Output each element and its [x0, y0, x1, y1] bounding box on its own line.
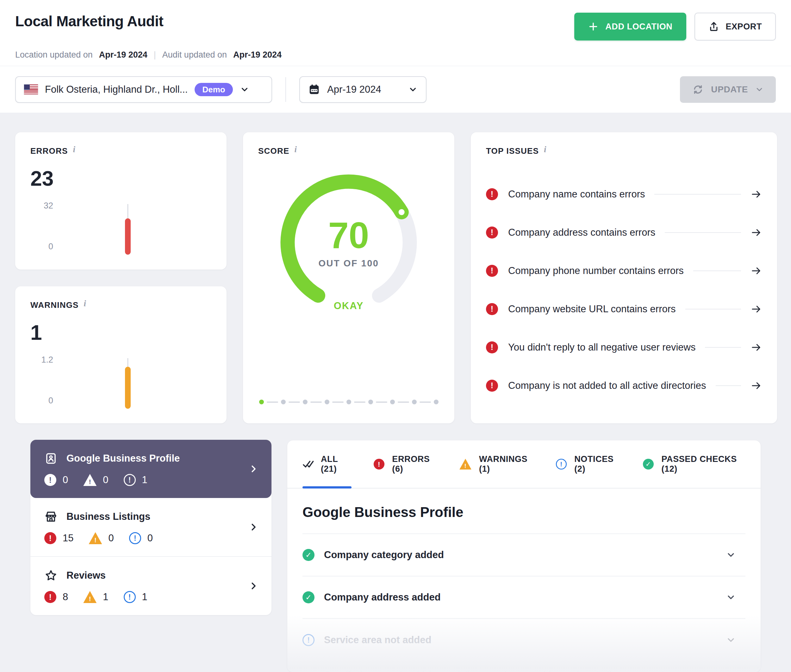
issue-leader-line: [685, 309, 741, 309]
error-icon: [374, 459, 384, 469]
issue-row[interactable]: Company phone number contains errors: [486, 251, 762, 290]
timeline-dot[interactable]: [281, 400, 286, 404]
arrow-right-icon[interactable]: [751, 342, 762, 353]
location-updated-label: Location updated on: [15, 50, 93, 60]
errors-card: ERRORS i 23 32 0: [15, 132, 227, 270]
score-value: 70: [328, 217, 369, 254]
location-selector-value: Folk Osteria, Highland Dr., Holl...: [45, 84, 187, 95]
info-icon[interactable]: i: [294, 145, 297, 154]
timeline-dot[interactable]: [325, 400, 329, 404]
check-row-service-area[interactable]: Service area not added: [303, 619, 745, 661]
sidebar-item-google-business-profile[interactable]: Google Business Profile 0 0 1: [30, 440, 271, 498]
errors-whisker: [127, 204, 128, 218]
arrow-right-icon[interactable]: [751, 380, 762, 391]
arrow-right-icon[interactable]: [751, 303, 762, 315]
notice-count-icon: [124, 474, 136, 486]
add-location-button[interactable]: ADD LOCATION: [574, 13, 686, 40]
score-gauge: 70 OUT OF 100 OKAY: [279, 173, 418, 312]
check-row-company-category[interactable]: Company category added: [303, 534, 745, 576]
timeline-dash: [354, 402, 365, 403]
info-icon[interactable]: i: [84, 299, 87, 308]
meta-separator: |: [154, 50, 156, 60]
timeline-dot[interactable]: [434, 400, 439, 404]
header-meta: Location updated on Apr-19 2024 | Audit …: [15, 50, 776, 60]
error-icon: [486, 265, 498, 277]
issue-label: Company is not added to all active direc…: [508, 380, 706, 391]
issue-row[interactable]: Company name contains errors: [486, 175, 762, 213]
issue-leader-line: [693, 270, 741, 271]
category-sidebar: Google Business Profile 0 0 1 Business L…: [30, 440, 271, 615]
passed-check-icon: [303, 591, 314, 603]
warnings-axis-min: 0: [48, 396, 53, 406]
tab-warnings[interactable]: WARNINGS (1): [459, 440, 534, 488]
export-icon: [708, 21, 719, 32]
check-row-company-address[interactable]: Company address added: [303, 576, 745, 619]
score-timeline: [258, 400, 439, 410]
check-description: Specify the areas in which you deliver g…: [324, 669, 745, 672]
tab-all[interactable]: ALL (21): [303, 440, 352, 488]
tab-notices[interactable]: NOTICES (2): [555, 440, 621, 488]
chevron-right-icon: [249, 581, 258, 591]
passed-check-icon: [303, 549, 314, 561]
top-issues-list: Company name contains errors Company add…: [486, 175, 762, 405]
issue-leader-line: [716, 386, 741, 386]
date-selector[interactable]: Apr-19 2024: [299, 76, 426, 103]
arrow-right-icon[interactable]: [751, 265, 762, 277]
score-card-title: SCORE: [258, 146, 289, 156]
errors-card-title: ERRORS: [30, 146, 68, 156]
sidebar-item-business-listings[interactable]: Business Listings 15 0 0: [30, 498, 271, 556]
notice-icon: [556, 459, 567, 469]
issue-row[interactable]: Company is not added to all active direc…: [486, 366, 762, 405]
warning-count-icon: [89, 532, 102, 544]
timeline-dot[interactable]: [412, 400, 417, 404]
info-icon[interactable]: i: [73, 145, 75, 154]
update-label: UPDATE: [711, 85, 748, 94]
filter-divider: [285, 77, 286, 102]
export-button[interactable]: EXPORT: [695, 13, 776, 40]
sidebar-item-title: Google Business Profile: [66, 453, 180, 464]
arrow-right-icon[interactable]: [751, 227, 762, 238]
warnings-axis-max: 1.2: [41, 355, 53, 365]
timeline-dot[interactable]: [368, 400, 373, 404]
audit-updated-date: Apr-19 2024: [233, 50, 282, 60]
filter-bar: Folk Osteria, Highland Dr., Holl... Demo…: [0, 66, 791, 113]
issue-leader-line: [665, 232, 741, 233]
issue-row[interactable]: You didn't reply to all negative user re…: [486, 328, 762, 366]
issue-row[interactable]: Company website URL contains errors: [486, 290, 762, 328]
arrow-right-icon[interactable]: [751, 189, 762, 200]
chevron-down-icon[interactable]: [726, 550, 736, 560]
error-icon: [486, 227, 498, 238]
info-icon[interactable]: i: [544, 145, 547, 154]
error-count: 8: [62, 591, 68, 603]
top-issues-card: TOP ISSUES i Company name contains error…: [471, 132, 777, 423]
issue-label: You didn't reply to all negative user re…: [508, 342, 695, 353]
check-label: Company address added: [324, 592, 441, 603]
timeline-dot[interactable]: [346, 400, 351, 404]
chevron-down-icon[interactable]: [726, 635, 736, 645]
refresh-icon: [692, 83, 704, 96]
sidebar-item-title: Reviews: [66, 570, 106, 581]
tab-errors[interactable]: ERRORS (6): [373, 440, 437, 488]
timeline-dot[interactable]: [390, 400, 395, 404]
chevron-down-icon: [240, 85, 249, 94]
export-label: EXPORT: [725, 22, 762, 32]
warnings-bar: [125, 367, 131, 409]
location-updated-date: Apr-19 2024: [99, 50, 147, 60]
warning-count: 0: [108, 533, 114, 544]
check-label: Company category added: [324, 549, 444, 561]
timeline-dot[interactable]: [259, 400, 264, 404]
detail-tabs: ALL (21) ERRORS (6) WARNINGS (1) NOTICES…: [287, 440, 761, 488]
chevron-right-icon: [249, 464, 258, 474]
chevron-down-icon[interactable]: [726, 592, 736, 602]
timeline-dash: [267, 402, 278, 403]
timeline-dot[interactable]: [303, 400, 307, 404]
issue-row[interactable]: Company address contains errors: [486, 213, 762, 251]
tab-passed-checks[interactable]: PASSED CHECKS (12): [642, 440, 745, 488]
location-selector[interactable]: Folk Osteria, Highland Dr., Holl... Demo: [15, 76, 272, 103]
issue-label: Company phone number contains errors: [508, 265, 684, 277]
sidebar-item-reviews[interactable]: Reviews 8 1 1: [30, 556, 271, 615]
page-title: Local Marketing Audit: [15, 13, 163, 30]
issue-leader-line: [705, 347, 741, 348]
update-button[interactable]: UPDATE: [680, 76, 776, 103]
tab-label: ERRORS (6): [392, 454, 437, 474]
